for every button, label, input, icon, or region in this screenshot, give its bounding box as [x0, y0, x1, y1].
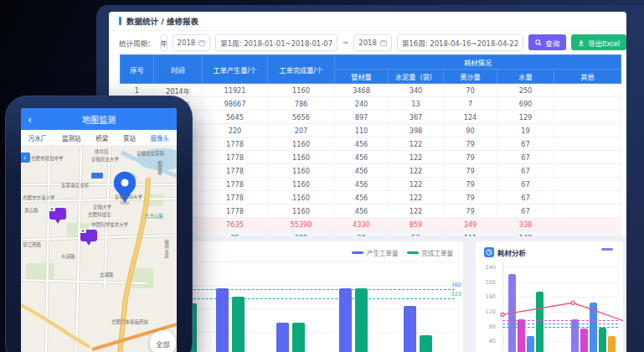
map-place-label: 望江西路 [23, 241, 41, 248]
sub-col-header: 水泥量（袋） [389, 70, 444, 84]
consumable-bar [536, 292, 544, 352]
map-place-label: 安徽农业大学 [91, 156, 119, 163]
road-badge [91, 173, 103, 179]
phone-mockup: ‹ 地图监测 污水厂监测站桥梁泵站摄像头 [5, 96, 193, 352]
gridline [502, 282, 618, 283]
work-order-bar [232, 297, 245, 352]
week-end-input[interactable]: 第16周: 2018-04-16~2018-04-22 [397, 34, 523, 51]
week-start-input[interactable]: 第1周: 2018-01-01~2018-01-07 [215, 34, 337, 51]
group-header: 耗材情况 [335, 55, 621, 70]
consumable-plot: 2402001601208040 [476, 241, 623, 352]
download-icon [578, 39, 585, 46]
phone-tab-0[interactable]: 污水厂 [28, 133, 48, 142]
map-place-label: 九华山路 [145, 213, 163, 220]
breadcrumb-accent-bar [119, 17, 121, 25]
col-header: 时间 [154, 55, 203, 84]
reference-line [502, 327, 618, 328]
table-row: 82021年177811604561227967 [121, 178, 621, 191]
map-place-label: 体育馆 [95, 148, 109, 155]
map-place-label: 黄山路 [24, 207, 39, 214]
y-axis-line [502, 263, 503, 352]
y-axis-tick: 160 [479, 293, 496, 300]
map-place-label: 合肥科技馆 [88, 211, 111, 218]
work-order-bar [404, 306, 416, 352]
line-marker [571, 301, 574, 304]
week-end-value: 第16周: 2018-04-16~2018-04-22 [402, 38, 518, 48]
work-order-bar [216, 288, 229, 352]
back-icon[interactable]: ‹ [28, 114, 32, 125]
table-row: 72020年177811604561227967 [121, 164, 621, 178]
reference-line [502, 324, 618, 324]
gridline [502, 297, 618, 298]
map-view[interactable]: 合肥市琥珀中学体育馆安徽农业大学安徽省立医院桐城路五里墩立交桥安徽医科大学合肥市… [21, 146, 177, 352]
y-axis-tick: 240 [479, 264, 496, 271]
period-option-年[interactable]: 年 [161, 35, 167, 50]
phone-tab-2[interactable]: 桥梁 [95, 133, 108, 142]
map-place-label: 合肥市琥珀中学 [31, 155, 64, 162]
map-place-label: 安徽大学 [93, 204, 111, 210]
map-place-label: 中国科学技术大学 [91, 221, 128, 228]
table-row: 52018年177811604561227967 [121, 137, 621, 151]
query-button[interactable]: 查询 [528, 34, 566, 50]
total-row: 合计7635553904330859349338 [121, 218, 621, 231]
map-place-label: 五里墩立交桥 [61, 182, 89, 189]
year-end-select[interactable]: 2018 [353, 34, 392, 51]
map-place-label: 合肥汽车客运西站 [111, 318, 148, 325]
breadcrumb: 数据统计 / 维修报表 [109, 12, 626, 31]
work-order-bar [355, 288, 368, 352]
table-row: 42017年2202071103989019 [121, 124, 621, 137]
calendar-icon [380, 39, 387, 46]
consumable-chart: 耗材分析 2402001601208040 [476, 241, 623, 352]
phone-tab-bar: 污水厂监测站桥梁泵站摄像头 [21, 130, 177, 146]
phone-tab-4[interactable]: 摄像头 [151, 133, 170, 142]
year-start-value: 2018 [178, 39, 196, 47]
consumable-bar [527, 336, 534, 352]
map-place-label: 大涧路 [61, 253, 75, 260]
export-label: 导出Excel [588, 38, 620, 48]
consumable-bar [508, 274, 516, 352]
table-row: 22015年98667786240137690 [121, 97, 621, 111]
map-place-label: 合肥市宁溪小学 [23, 194, 55, 201]
export-excel-button[interactable]: 导出Excel [571, 34, 626, 50]
phone-header: ‹ 地图监测 [21, 108, 177, 130]
page: 数据统计 / 维修报表 统计周期： 年季月周日 2018 第1周: 2018-0… [0, 0, 644, 352]
period-segmented-control[interactable]: 年季月周日 [160, 34, 167, 51]
calendar-icon [198, 39, 205, 46]
work-order-bar [420, 335, 432, 352]
map-canvas [21, 146, 177, 352]
work-order-bar [292, 323, 305, 352]
consumable-bar [580, 329, 588, 352]
sub-col-header: 管材量 [335, 70, 389, 84]
gridline [502, 312, 618, 313]
table-row: 12014年119211160346834070250 [121, 84, 621, 97]
sub-col-header: 其他 [554, 70, 621, 84]
work-order-bar [339, 288, 352, 352]
map-place-label: 安徽省立医院 [137, 150, 164, 157]
search-icon [535, 39, 542, 46]
consumable-bar [608, 336, 616, 352]
query-label: 查询 [545, 38, 559, 48]
phone-tab-3[interactable]: 泵站 [123, 133, 136, 142]
gridline [502, 267, 618, 268]
report-table: 序号时间工单产生量/个工单完成量/个耗材情况管材量水泥量（袋）黄沙量水量其他12… [120, 54, 621, 245]
expand-panel-button[interactable]: › [21, 153, 30, 163]
week-start-value: 第1周: 2018-01-01~2018-01-07 [220, 38, 332, 48]
map-place-label: 安徽医科大学 [115, 194, 142, 200]
y-axis-tick: 40 [479, 338, 496, 344]
col-header: 工单完成量/个 [268, 55, 335, 84]
year-start-select[interactable]: 2018 [173, 34, 211, 51]
map-place-label: 太湖路 [100, 272, 114, 278]
sub-col-header: 黄沙量 [444, 70, 497, 84]
reference-line [502, 320, 618, 321]
all-filter-button[interactable]: 全部 [150, 330, 176, 352]
map-place-label: 徽州大道 [163, 240, 170, 258]
consumable-bar [599, 328, 606, 352]
phone-page-title: 地图监测 [82, 113, 116, 126]
phone-screen: ‹ 地图监测 污水厂监测站桥梁泵站摄像头 [21, 108, 177, 352]
table-row: 62019年177811604561227967 [121, 151, 621, 164]
breadcrumb-text: 数据统计 / 维修报表 [126, 15, 198, 27]
range-separator: ~ [343, 39, 348, 47]
filter-bar: 统计周期： 年季月周日 2018 第1周: 2018-01-01~2018-01… [109, 31, 626, 54]
phone-tab-1[interactable]: 监测站 [62, 133, 81, 142]
year-end-value: 2018 [358, 39, 377, 47]
